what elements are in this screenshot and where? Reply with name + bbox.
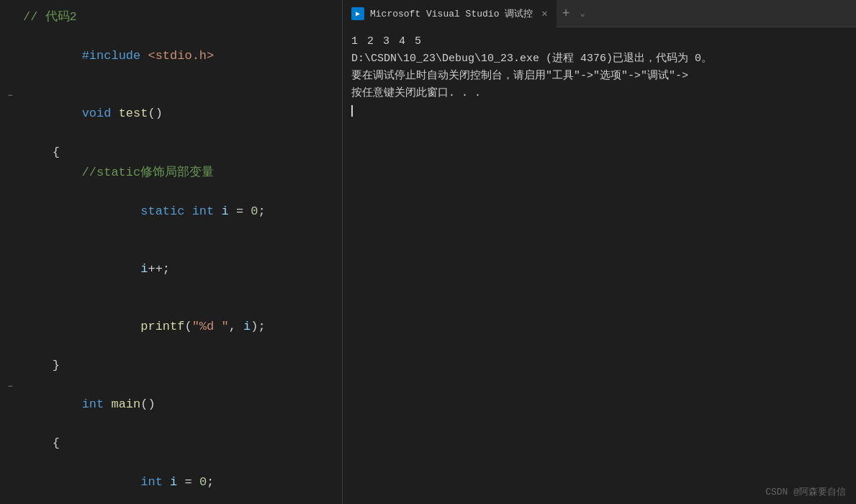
code-line-10: − int main() (0, 376, 342, 433)
tab-icon: ▶ (351, 7, 364, 20)
console-cursor (351, 105, 353, 117)
tab-label: Microsoft Visual Studio 调试控 (370, 7, 533, 20)
console-tab-bar: ▶ Microsoft Visual Studio 调试控 ✕ + ⌄ (343, 0, 856, 27)
output-line4-text: 按任意键关闭此窗口. . . (351, 87, 481, 99)
console-tab[interactable]: ▶ Microsoft Visual Studio 调试控 ✕ (343, 0, 557, 27)
console-panel: ▶ Microsoft Visual Studio 调试控 ✕ + ⌄ 1 2 … (343, 0, 856, 504)
console-body: 1 2 3 4 5 D:\CSDN\10_23\Debug\10_23.exe … (343, 27, 856, 504)
console-cursor-line (351, 102, 847, 120)
code-brace-close-1: } (20, 356, 342, 375)
code-brace-open-1: { (20, 143, 342, 162)
code-comment-1: // 代码2 (20, 8, 342, 27)
credit-text: CSDN @阿森要自信 (765, 487, 846, 498)
code-i-inc: i++; (20, 241, 342, 297)
code-editor-panel: // 代码2 #include <stdio.h> − void test() … (0, 0, 342, 504)
fold-button-1[interactable]: − (0, 86, 20, 105)
output-numbers-text: 1 2 3 4 5 (351, 35, 423, 48)
output-line3-text: 要在调试停止时自动关闭控制台，请启用"工具"->"选项"->"调试"-> (351, 70, 688, 82)
fold-button-2[interactable]: − (0, 377, 20, 396)
console-output-path: D:\CSDN\10_23\Debug\10_23.exe (进程 4376)已… (351, 50, 847, 68)
code-line-2: #include <stdio.h> (0, 27, 342, 85)
code-brace-open-2: { (20, 434, 342, 453)
code-line-4: { (0, 143, 342, 163)
code-printf: printf("%d ", i); (20, 299, 342, 355)
output-path-text: D:\CSDN\10_23\Debug\10_23.exe (进程 4376)已… (351, 53, 712, 65)
code-int-main: int main() (20, 377, 342, 433)
code-line-9: } (0, 356, 342, 376)
code-static-int: static int i = 0; (20, 184, 342, 240)
console-output-numbers: 1 2 3 4 5 (351, 33, 847, 50)
console-output-line3: 要在调试停止时自动关闭控制台，请启用"工具"->"选项"->"调试"-> (351, 68, 847, 85)
code-int-i: int i = 0; (20, 454, 342, 504)
bottom-credit: CSDN @阿森要自信 (765, 485, 846, 498)
code-line-6: static int i = 0; (0, 183, 342, 240)
code-line-3: − void test() (0, 85, 342, 143)
tab-add-button[interactable]: + (557, 6, 576, 21)
console-output-line4: 按任意键关闭此窗口. . . (351, 85, 847, 102)
tab-icon-text: ▶ (356, 9, 360, 18)
code-comment-2: //static修饰局部变量 (20, 163, 342, 182)
code-line-11: { (0, 433, 342, 454)
code-include: #include <stdio.h> (20, 28, 342, 84)
main-layout: // 代码2 #include <stdio.h> − void test() … (0, 0, 856, 504)
code-line-5: //static修饰局部变量 (0, 163, 342, 183)
code-void-test: void test() (20, 86, 342, 142)
code-line-12: int i = 0; (0, 454, 342, 504)
code-line-7: i++; (0, 240, 342, 298)
tab-close-button[interactable]: ✕ (541, 7, 547, 19)
code-line-1: // 代码2 (0, 7, 342, 27)
code-line-8: printf("%d ", i); (0, 298, 342, 356)
tab-chevron-button[interactable]: ⌄ (575, 8, 589, 19)
